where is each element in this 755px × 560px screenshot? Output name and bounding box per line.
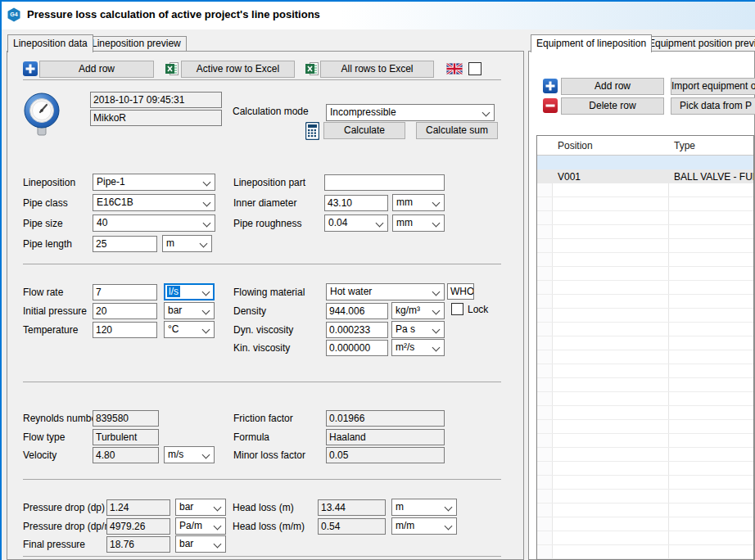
lineposition-part-input[interactable] (324, 174, 445, 191)
pipe-size-label: Pipe size (23, 218, 63, 229)
app-icon: G4 (7, 7, 21, 22)
tab-equipment-position-preview[interactable]: Equipment position preview (643, 36, 755, 52)
lineposition-label: Lineposition (23, 177, 75, 188)
initial-pressure-input[interactable]: 20 (93, 303, 157, 319)
calculation-mode-label: Calculation mode (233, 106, 309, 117)
lineposition-value: Pipe-1 (97, 176, 125, 187)
timestamp-field: 2018-10-17 09:45:31 (90, 92, 222, 108)
calculate-sum-button[interactable]: Calculate sum (416, 122, 498, 139)
table-row-new[interactable] (537, 156, 753, 169)
separator (23, 479, 501, 480)
pick-data-button[interactable]: Pick data from P (671, 97, 755, 115)
chevron-down-icon (202, 451, 210, 459)
separator (23, 382, 501, 382)
pipe-length-input[interactable]: 25 (93, 236, 157, 252)
inner-diameter-input[interactable]: 43.10 (324, 195, 388, 211)
chevron-down-icon (203, 219, 211, 228)
pipe-length-unit-select[interactable]: m (162, 235, 212, 252)
equipment-add-row-button[interactable]: Add row (561, 78, 664, 95)
table-row[interactable]: V001 BALL VALVE - FULLY (537, 169, 753, 183)
uk-flag-icon (446, 63, 463, 77)
head-loss-mm-unit-select[interactable]: m/m (391, 517, 457, 535)
density-unit-select[interactable]: kg/m³ (391, 302, 445, 319)
all-rows-to-excel-button[interactable]: All rows to Excel (320, 61, 434, 78)
equipment-delete-row-button[interactable]: Delete row (561, 97, 664, 115)
chevron-down-icon (203, 199, 211, 207)
dyn-viscosity-input[interactable]: 0.000233 (326, 322, 388, 338)
flow-rate-unit-select[interactable]: l/s (164, 283, 215, 300)
pressure-drop-dp-field: 1.24 (106, 499, 170, 516)
add-row-button[interactable]: Add row (39, 61, 154, 78)
temperature-unit-select[interactable]: °C (164, 321, 215, 338)
temperature-label: Temperature (23, 324, 78, 336)
density-input[interactable]: 944.006 (326, 303, 388, 319)
kin-viscosity-unit-value: m²/s (396, 341, 414, 353)
add-row-icon[interactable] (23, 61, 38, 76)
head-loss-m-field: 13.44 (318, 499, 386, 516)
pipe-length-label: Pipe length (23, 238, 72, 250)
tab-lineposition-data[interactable]: Lineposition data (7, 34, 93, 52)
pressure-drop-dpm-label: Pressure drop (dp/m) (23, 521, 115, 532)
who-button[interactable]: WHO (447, 283, 474, 300)
pipe-length-unit-value: m (166, 237, 174, 249)
kin-viscosity-label: Kin. viscosity (233, 342, 290, 354)
flow-rate-input[interactable]: 7 (93, 284, 157, 300)
tab-lineposition-preview[interactable]: Lineposition preview (86, 36, 187, 52)
chevron-down-icon (432, 219, 441, 228)
flowing-material-label: Flowing material (233, 287, 305, 298)
final-pressure-label: Final pressure (23, 539, 85, 550)
flowing-material-select[interactable]: Hot water (326, 283, 445, 300)
chevron-down-icon (214, 504, 222, 512)
flow-rate-label: Flow rate (23, 287, 63, 298)
chevron-down-icon (203, 178, 211, 187)
pipe-size-value: 40 (97, 217, 107, 228)
pressure-drop-dp-unit-select[interactable]: bar (175, 499, 226, 516)
pipe-roughness-unit-select[interactable]: mm (392, 215, 445, 232)
head-loss-m-unit-select[interactable]: m (391, 499, 457, 516)
pipe-size-select[interactable]: 40 (93, 215, 215, 232)
flow-type-field: Turbulent (93, 429, 159, 445)
dyn-viscosity-label: Dyn. viscosity (233, 324, 293, 336)
lineposition-part-label: Lineposition part (233, 177, 305, 188)
pressure-drop-dp-unit-value: bar (179, 501, 193, 513)
pressure-drop-dpm-unit-select[interactable]: Pa/m (175, 517, 226, 535)
kin-viscosity-unit-select[interactable]: m²/s (391, 339, 445, 356)
velocity-unit-select[interactable]: m/s (164, 446, 215, 463)
active-row-to-excel-button[interactable]: Active row to Excel (181, 61, 295, 78)
kin-viscosity-input[interactable]: 0.000000 (326, 340, 388, 356)
density-label: Density (233, 305, 266, 317)
dyn-viscosity-unit-select[interactable]: Pa s (391, 321, 445, 338)
chevron-down-icon (202, 307, 210, 315)
window-title: Pressure loss calculation of active proj… (27, 8, 320, 20)
formula-field: Haaland (326, 429, 445, 445)
chevron-down-icon (202, 326, 210, 334)
head-loss-mm-field: 0.54 (318, 518, 386, 535)
import-equipment-button[interactable]: Import equipment of t (671, 78, 755, 95)
table-header: Position Type (537, 136, 753, 156)
column-header-type[interactable]: Type (674, 140, 695, 151)
pressure-drop-dpm-unit-value: Pa/m (179, 520, 202, 531)
chevron-down-icon (445, 504, 453, 512)
column-header-position[interactable]: Position (558, 140, 593, 151)
pipe-class-select[interactable]: E16C1B (93, 194, 215, 211)
flow-type-label: Flow type (23, 431, 65, 443)
temperature-input[interactable]: 120 (93, 322, 157, 338)
friction-factor-field: 0.01966 (326, 410, 445, 427)
lock-checkbox[interactable] (451, 303, 463, 315)
chevron-down-icon (432, 326, 441, 334)
inner-diameter-unit-select[interactable]: mm (392, 194, 445, 211)
pipe-roughness-select[interactable]: 0.04 (324, 215, 388, 232)
dyn-viscosity-unit-value: Pa s (396, 323, 415, 335)
calculation-mode-select[interactable]: Incompressible (326, 104, 495, 121)
final-pressure-field: 18.76 (106, 536, 170, 553)
final-pressure-unit-select[interactable]: bar (175, 535, 226, 553)
temperature-unit-value: °C (168, 323, 179, 335)
language-checkbox[interactable] (468, 62, 481, 75)
velocity-label: Velocity (23, 449, 57, 461)
equipment-delete-row-icon[interactable] (543, 98, 558, 113)
calculate-button[interactable]: Calculate (323, 122, 405, 139)
lineposition-select[interactable]: Pipe-1 (93, 174, 215, 191)
equipment-add-row-icon[interactable] (543, 79, 558, 93)
tab-equipment-of-lineposition[interactable]: Equipment of lineposition (531, 34, 652, 52)
initial-pressure-unit-select[interactable]: bar (164, 302, 215, 319)
